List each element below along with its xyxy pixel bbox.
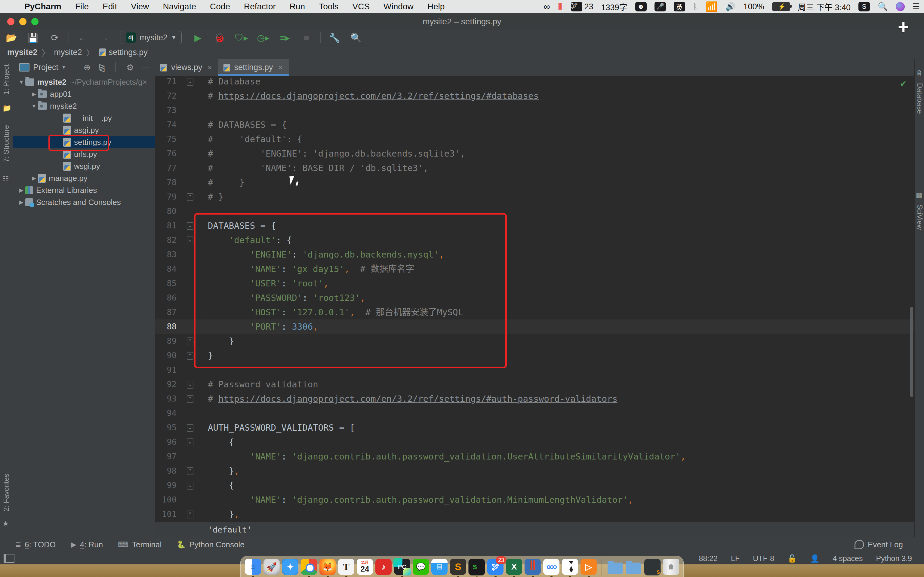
code-line-83[interactable]: 83 'ENGINE': 'django.db.backends.mysql', — [155, 247, 914, 262]
run-configuration-select[interactable]: dj mysite2 ▼ — [121, 31, 182, 44]
close-tab-icon[interactable]: × — [278, 63, 283, 72]
code-line-93[interactable]: 93⌃# https://docs.djangoproject.com/en/3… — [155, 392, 914, 406]
dock-app-app-window[interactable] — [644, 559, 661, 575]
menu-item-help[interactable]: Help — [420, 2, 452, 11]
code-line-76[interactable]: 76# 'ENGINE': 'django.db.backends.sqlite… — [155, 147, 914, 161]
menu-item-tools[interactable]: Tools — [312, 2, 345, 11]
coverage-button[interactable]: 🛡▸ — [234, 31, 248, 44]
tree-item-settings-py[interactable]: settings.py — [13, 136, 155, 148]
dock-app-netease-music[interactable]: ♪ — [375, 559, 392, 575]
dock-app-chrome[interactable] — [301, 559, 317, 577]
toolwindow-python-console-button[interactable]: 🐍 Python Console — [176, 540, 244, 550]
menu-item-file[interactable]: File — [68, 2, 96, 11]
code-line-96[interactable]: 96⌄ { — [155, 435, 914, 449]
emoji-input-icon[interactable]: ☻ — [635, 2, 647, 11]
fold-marker-icon[interactable]: ⌄ — [187, 438, 194, 446]
volume-icon[interactable]: 🔊 — [725, 2, 736, 11]
code-line-74[interactable]: 74# DATABASES = { — [155, 118, 914, 132]
toolwindow-project-button[interactable]: 1: Project — [2, 64, 11, 95]
line-separator[interactable]: LF — [731, 554, 740, 563]
concurrency-button[interactable]: ≡▸ — [278, 31, 291, 44]
menu-item-navigate[interactable]: Navigate — [156, 2, 204, 11]
dock-app-firefox[interactable]: 🦊 — [320, 559, 336, 577]
tab-settings-py[interactable]: settings.py× — [218, 59, 289, 76]
dock-app-remote-app[interactable]: ooo — [543, 559, 559, 577]
dock-app-dingtalk[interactable]: 🕊23 — [487, 559, 504, 577]
event-log-button[interactable]: Event Log — [855, 540, 903, 550]
fold-marker-icon[interactable]: ⌃ — [187, 352, 194, 360]
code-line-81[interactable]: 81⌄DATABASES = { — [155, 219, 914, 233]
tree-expand-arrow[interactable]: ▼ — [18, 79, 25, 85]
hide-panel-icon[interactable]: — — [142, 63, 150, 73]
dock-app-excel[interactable]: X — [506, 559, 522, 577]
dock-app-finder[interactable]: ☺ — [245, 559, 261, 577]
dictation-mic-icon[interactable]: 🎤 — [654, 2, 666, 11]
gear-icon[interactable]: ⚙ — [126, 63, 134, 73]
fold-marker-icon[interactable]: ⌄ — [187, 482, 194, 490]
forward-icon[interactable]: → — [98, 31, 111, 44]
dock-app-typora[interactable]: T — [338, 559, 354, 577]
wifi-icon[interactable]: 📶 — [706, 1, 718, 12]
code-line-97[interactable]: 97 'NAME': 'django.contrib.auth.password… — [155, 449, 914, 464]
fold-marker-icon[interactable]: ⌃ — [187, 193, 194, 201]
toolwindow-database-button[interactable]: Database — [916, 83, 924, 114]
tree-item-mysite2[interactable]: ▼mysite2~/PycharmProjects/g× — [13, 76, 155, 88]
dock-app-terminal[interactable]: $_ — [468, 559, 485, 577]
tree-item-scratches-and-consoles[interactable]: ▶Scratches and Consoles — [13, 196, 155, 208]
stop-button[interactable]: ■ — [300, 31, 313, 44]
toolwindow-favorites-button[interactable]: 2: Favorites — [2, 474, 11, 511]
dock-app-trash[interactable]: 🗑 — [663, 559, 679, 575]
sogou-input-icon[interactable]: S — [858, 2, 870, 11]
code-line-80[interactable]: 80 — [155, 204, 914, 219]
zoom-window-button[interactable] — [31, 18, 39, 25]
minimize-window-button[interactable] — [19, 18, 26, 25]
toolwindow-sciview-button[interactable]: SciView — [916, 205, 924, 230]
code-line-82[interactable]: 82⌄ 'default': { — [155, 233, 914, 247]
code-line-73[interactable]: 73 — [155, 103, 914, 118]
fold-marker-icon[interactable]: ⌃ — [187, 395, 194, 403]
tree-expand-arrow[interactable]: ▶ — [18, 199, 25, 206]
tree-item-mysite2[interactable]: ▼mysite2 — [13, 100, 155, 112]
code-line-79[interactable]: 79⌃# } — [155, 190, 914, 204]
sync-icon[interactable]: ⟳ — [48, 31, 61, 44]
input-language-icon[interactable]: 英 — [674, 2, 685, 11]
parallels-paused-icon[interactable]: ‖ — [558, 2, 563, 12]
save-all-icon[interactable]: 💾 — [26, 31, 40, 44]
code-line-90[interactable]: 90⌃} — [155, 348, 914, 363]
dock-app-parallels[interactable] — [525, 559, 541, 577]
close-window-button[interactable] — [7, 18, 15, 25]
tree-item-wsgi-py[interactable]: wsgi.py — [13, 160, 155, 172]
code-line-77[interactable]: 77# 'NAME': BASE_DIR / 'db.sqlite3', — [155, 161, 914, 175]
fold-marker-icon[interactable]: ⌄ — [187, 424, 194, 432]
debug-button[interactable]: 🐞 — [213, 31, 226, 44]
spotlight-icon[interactable]: 🔍 — [878, 2, 888, 11]
battery-icon[interactable]: ⚡ — [772, 2, 790, 11]
menu-item-view[interactable]: View — [124, 2, 156, 11]
code-line-89[interactable]: 89⌃ } — [155, 334, 914, 348]
dock-app-folder-documents[interactable] — [607, 559, 623, 575]
tree-expand-arrow[interactable]: ▶ — [18, 187, 25, 193]
menu-item-window[interactable]: Window — [376, 2, 420, 11]
tree-item-urls-py[interactable]: urls.py — [13, 148, 155, 160]
code-line-85[interactable]: 85 'USER': 'root', — [155, 276, 914, 291]
lock-icon[interactable]: 🔓 — [787, 554, 797, 563]
toolwindow-structure-button[interactable]: 7: Structure — [2, 125, 11, 162]
fold-marker-icon[interactable]: ⌄ — [187, 381, 194, 388]
fold-marker-icon[interactable]: ⌄ — [187, 222, 194, 230]
dock-app-safari[interactable]: ✦ — [282, 559, 298, 575]
tree-expand-arrow[interactable]: ▶ — [30, 175, 38, 182]
toolwindow-terminal-button[interactable]: ⌨ Terminal — [118, 540, 162, 550]
code-line-75[interactable]: 75# 'default': { — [155, 132, 914, 147]
search-everywhere-icon[interactable]: 🔍 — [349, 31, 363, 44]
indent-setting[interactable]: 4 spaces — [833, 554, 863, 563]
code-line-84[interactable]: 84 'NAME': 'gx_day15', # 数据库名字 — [155, 262, 914, 276]
tree-item-manage-py[interactable]: ▶manage.py — [13, 172, 155, 184]
editor-scrollbar[interactable] — [910, 307, 913, 397]
tree-item--init-py[interactable]: __init__.py — [13, 112, 155, 124]
profiler-button[interactable]: ◷▸ — [257, 31, 270, 44]
file-encoding[interactable]: UTF-8 — [753, 554, 774, 563]
dock-app-video-app[interactable]: ▷ — [580, 559, 597, 577]
tree-item-external-libraries[interactable]: ▶External Libraries — [13, 184, 155, 196]
menu-item-edit[interactable]: Edit — [96, 2, 124, 11]
word-count[interactable]: 1339字 — [601, 1, 627, 13]
